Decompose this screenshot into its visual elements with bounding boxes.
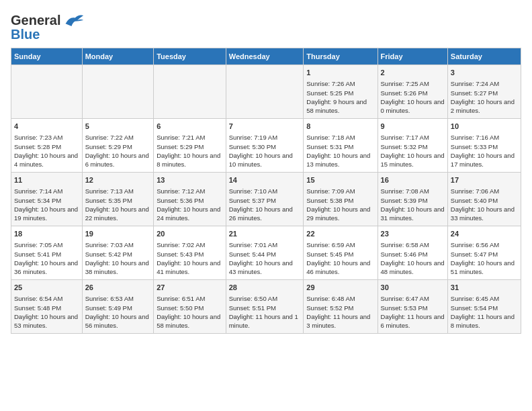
day-cell [226,65,304,119]
day-number: 11 [14,175,79,185]
day-cell: 20Sunrise: 7:02 AM Sunset: 5:43 PM Dayli… [154,226,226,280]
day-number: 28 [229,283,301,293]
day-number: 23 [381,229,445,239]
col-header-tuesday: Tuesday [154,48,226,65]
week-row-3: 11Sunrise: 7:14 AM Sunset: 5:34 PM Dayli… [11,173,521,226]
day-cell: 2Sunrise: 7:25 AM Sunset: 5:26 PM Daylig… [378,65,447,119]
day-number: 15 [306,175,374,185]
day-number: 30 [381,283,445,293]
day-number: 9 [381,122,445,132]
day-cell: 19Sunrise: 7:03 AM Sunset: 5:42 PM Dayli… [82,226,154,280]
day-cell: 8Sunrise: 7:18 AM Sunset: 5:31 PM Daylig… [304,119,378,173]
day-info: Sunrise: 7:13 AM Sunset: 5:35 PM Dayligh… [85,187,151,222]
day-cell: 25Sunrise: 6:54 AM Sunset: 5:48 PM Dayli… [11,280,83,334]
day-number: 31 [451,283,518,293]
day-number: 1 [306,68,374,78]
logo-general-text: General [11,13,60,28]
week-row-5: 25Sunrise: 6:54 AM Sunset: 5:48 PM Dayli… [11,280,521,334]
day-cell: 15Sunrise: 7:09 AM Sunset: 5:38 PM Dayli… [304,173,378,226]
day-info: Sunrise: 7:10 AM Sunset: 5:37 PM Dayligh… [229,187,301,222]
day-cell: 14Sunrise: 7:10 AM Sunset: 5:37 PM Dayli… [226,173,304,226]
day-cell: 4Sunrise: 7:23 AM Sunset: 5:28 PM Daylig… [11,119,83,173]
day-number: 26 [85,283,151,293]
day-number: 6 [157,122,223,132]
day-info: Sunrise: 7:08 AM Sunset: 5:39 PM Dayligh… [381,187,445,222]
day-number: 4 [14,122,79,132]
day-cell [11,65,83,119]
day-cell: 27Sunrise: 6:51 AM Sunset: 5:50 PM Dayli… [154,280,226,334]
day-info: Sunrise: 7:23 AM Sunset: 5:28 PM Dayligh… [14,133,79,169]
day-cell: 29Sunrise: 6:48 AM Sunset: 5:52 PM Dayli… [304,280,378,334]
day-info: Sunrise: 7:25 AM Sunset: 5:26 PM Dayligh… [381,79,445,115]
day-info: Sunrise: 7:24 AM Sunset: 5:27 PM Dayligh… [451,79,518,115]
header-row: SundayMondayTuesdayWednesdayThursdayFrid… [11,48,521,65]
day-cell: 6Sunrise: 7:21 AM Sunset: 5:29 PM Daylig… [154,119,226,173]
day-number: 25 [14,283,79,293]
day-info: Sunrise: 6:54 AM Sunset: 5:48 PM Dayligh… [14,294,79,330]
day-number: 5 [85,122,151,132]
day-info: Sunrise: 6:56 AM Sunset: 5:47 PM Dayligh… [451,240,518,276]
day-cell: 24Sunrise: 6:56 AM Sunset: 5:47 PM Dayli… [447,226,521,280]
day-number: 16 [381,175,445,185]
day-number: 27 [157,283,223,293]
day-cell: 7Sunrise: 7:19 AM Sunset: 5:30 PM Daylig… [226,119,304,173]
day-cell: 16Sunrise: 7:08 AM Sunset: 5:39 PM Dayli… [378,173,447,226]
day-cell: 23Sunrise: 6:58 AM Sunset: 5:46 PM Dayli… [378,226,447,280]
day-number: 14 [229,175,301,185]
day-number: 2 [381,68,445,78]
day-cell: 26Sunrise: 6:53 AM Sunset: 5:49 PM Dayli… [82,280,154,334]
day-number: 8 [306,122,374,132]
week-row-4: 18Sunrise: 7:05 AM Sunset: 5:41 PM Dayli… [11,226,521,280]
day-cell [154,65,226,119]
day-info: Sunrise: 6:51 AM Sunset: 5:50 PM Dayligh… [157,294,223,330]
day-cell: 1Sunrise: 7:26 AM Sunset: 5:25 PM Daylig… [304,65,378,119]
day-info: Sunrise: 6:47 AM Sunset: 5:53 PM Dayligh… [381,294,445,330]
day-cell: 17Sunrise: 7:06 AM Sunset: 5:40 PM Dayli… [447,173,521,226]
day-cell: 13Sunrise: 7:12 AM Sunset: 5:36 PM Dayli… [154,173,226,226]
day-info: Sunrise: 7:02 AM Sunset: 5:43 PM Dayligh… [157,240,223,276]
day-info: Sunrise: 7:05 AM Sunset: 5:41 PM Dayligh… [14,240,79,276]
day-number: 22 [306,229,374,239]
day-number: 12 [85,175,151,185]
day-info: Sunrise: 7:06 AM Sunset: 5:40 PM Dayligh… [451,187,518,222]
day-number: 21 [229,229,301,239]
day-number: 29 [306,283,374,293]
page-header: General Blue [11,11,521,42]
day-number: 7 [229,122,301,132]
day-cell [82,65,154,119]
week-row-1: 1Sunrise: 7:26 AM Sunset: 5:25 PM Daylig… [11,65,521,119]
day-cell: 9Sunrise: 7:17 AM Sunset: 5:32 PM Daylig… [378,119,447,173]
logo-bird-icon [63,11,85,30]
day-info: Sunrise: 7:14 AM Sunset: 5:34 PM Dayligh… [14,187,79,222]
col-header-wednesday: Wednesday [226,48,304,65]
day-number: 3 [451,68,518,78]
day-number: 18 [14,229,79,239]
day-number: 13 [157,175,223,185]
day-cell: 30Sunrise: 6:47 AM Sunset: 5:53 PM Dayli… [378,280,447,334]
col-header-monday: Monday [82,48,154,65]
day-number: 10 [451,122,518,132]
day-info: Sunrise: 6:45 AM Sunset: 5:54 PM Dayligh… [451,294,518,330]
day-info: Sunrise: 6:58 AM Sunset: 5:46 PM Dayligh… [381,240,445,276]
col-header-saturday: Saturday [447,48,521,65]
day-info: Sunrise: 7:16 AM Sunset: 5:33 PM Dayligh… [451,133,518,169]
day-info: Sunrise: 7:18 AM Sunset: 5:31 PM Dayligh… [306,133,374,169]
logo-blue-text: Blue [11,27,40,42]
day-info: Sunrise: 6:53 AM Sunset: 5:49 PM Dayligh… [85,294,151,330]
day-cell: 5Sunrise: 7:22 AM Sunset: 5:29 PM Daylig… [82,119,154,173]
day-info: Sunrise: 7:26 AM Sunset: 5:25 PM Dayligh… [306,79,374,115]
day-info: Sunrise: 7:09 AM Sunset: 5:38 PM Dayligh… [306,187,374,222]
col-header-friday: Friday [378,48,447,65]
day-number: 20 [157,229,223,239]
week-row-2: 4Sunrise: 7:23 AM Sunset: 5:28 PM Daylig… [11,119,521,173]
day-info: Sunrise: 7:19 AM Sunset: 5:30 PM Dayligh… [229,133,301,169]
col-header-thursday: Thursday [304,48,378,65]
day-info: Sunrise: 6:59 AM Sunset: 5:45 PM Dayligh… [306,240,374,276]
day-info: Sunrise: 7:22 AM Sunset: 5:29 PM Dayligh… [85,133,151,169]
day-info: Sunrise: 6:50 AM Sunset: 5:51 PM Dayligh… [229,294,301,330]
logo: General Blue [11,11,85,42]
day-cell: 18Sunrise: 7:05 AM Sunset: 5:41 PM Dayli… [11,226,83,280]
day-info: Sunrise: 6:48 AM Sunset: 5:52 PM Dayligh… [306,294,374,330]
day-info: Sunrise: 7:21 AM Sunset: 5:29 PM Dayligh… [157,133,223,169]
calendar-table: SundayMondayTuesdayWednesdayThursdayFrid… [11,48,521,334]
